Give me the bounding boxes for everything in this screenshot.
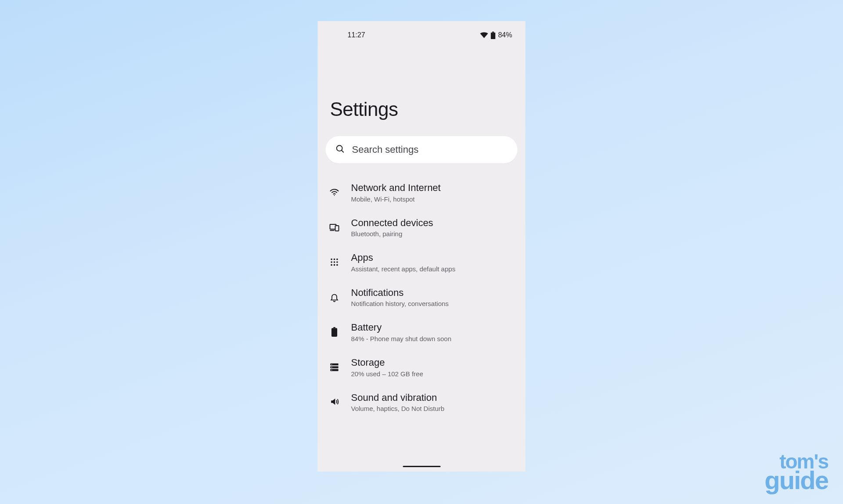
svg-rect-6: [335, 226, 339, 231]
settings-item-sub: 20% used – 102 GB free: [351, 370, 517, 378]
storage-icon: [328, 361, 341, 373]
page-title: Settings: [318, 41, 526, 120]
settings-item-label: Network and Internet: [351, 182, 517, 194]
svg-point-12: [334, 261, 335, 263]
svg-point-8: [331, 259, 332, 260]
status-right: 84%: [480, 31, 512, 39]
settings-item-label: Sound and vibration: [351, 392, 517, 404]
settings-item-label: Battery: [351, 321, 517, 334]
settings-list: Network and Internet Mobile, Wi-Fi, hots…: [318, 163, 526, 419]
apps-icon: [328, 256, 341, 268]
settings-item-apps[interactable]: Apps Assistant, recent apps, default app…: [318, 245, 526, 280]
bell-icon: [328, 291, 341, 303]
settings-item-sound[interactable]: Sound and vibration Volume, haptics, Do …: [318, 385, 526, 420]
settings-item-storage[interactable]: Storage 20% used – 102 GB free: [318, 349, 526, 385]
settings-item-label: Notifications: [351, 287, 517, 299]
watermark-logo: tom's guide: [764, 454, 828, 491]
battery-icon: [328, 326, 341, 338]
svg-rect-17: [331, 328, 337, 337]
svg-rect-0: [491, 32, 496, 39]
svg-point-14: [331, 264, 332, 266]
settings-item-notifications[interactable]: Notifications Notification history, conv…: [318, 280, 526, 315]
settings-item-sub: Bluetooth, pairing: [351, 230, 517, 238]
wifi-status-icon: [480, 32, 488, 38]
settings-item-label: Apps: [351, 252, 517, 264]
svg-line-3: [342, 150, 344, 152]
svg-point-4: [334, 195, 335, 196]
svg-point-24: [331, 370, 332, 371]
wifi-icon: [328, 186, 341, 198]
status-bar: 11:27 84%: [318, 21, 526, 41]
search-placeholder: Search settings: [352, 144, 419, 155]
settings-item-label: Connected devices: [351, 217, 517, 230]
svg-point-11: [331, 261, 332, 263]
settings-item-label: Storage: [351, 356, 517, 369]
nav-handle[interactable]: [403, 466, 440, 467]
settings-item-sub: Mobile, Wi-Fi, hotspot: [351, 195, 517, 203]
status-time: 11:27: [348, 31, 365, 39]
svg-point-15: [334, 264, 335, 266]
status-battery-percent: 84%: [498, 31, 512, 39]
watermark-line2: guide: [764, 470, 828, 491]
search-settings[interactable]: Search settings: [326, 136, 518, 163]
devices-icon: [328, 221, 341, 233]
svg-rect-1: [492, 32, 494, 32]
settings-item-sub: 84% - Phone may shut down soon: [351, 335, 517, 342]
phone-frame: 11:27 84% Settings Search settings Netwo…: [318, 21, 526, 472]
settings-item-network[interactable]: Network and Internet Mobile, Wi-Fi, hots…: [318, 175, 526, 210]
settings-item-sub: Volume, haptics, Do Not Disturb: [351, 405, 517, 412]
settings-item-sub: Notification history, conversations: [351, 300, 517, 307]
volume-icon: [328, 396, 341, 408]
settings-item-battery[interactable]: Battery 84% - Phone may shut down soon: [318, 314, 526, 349]
svg-point-22: [331, 364, 332, 365]
svg-point-13: [336, 261, 338, 263]
search-icon: [335, 144, 345, 155]
battery-status-icon: [490, 32, 495, 39]
settings-item-connected-devices[interactable]: Connected devices Bluetooth, pairing: [318, 210, 526, 245]
svg-point-10: [336, 259, 338, 260]
svg-rect-18: [333, 327, 335, 328]
settings-item-sub: Assistant, recent apps, default apps: [351, 265, 517, 273]
svg-point-2: [337, 145, 342, 151]
svg-point-16: [336, 264, 338, 266]
svg-point-9: [334, 259, 335, 260]
svg-point-23: [331, 367, 332, 367]
